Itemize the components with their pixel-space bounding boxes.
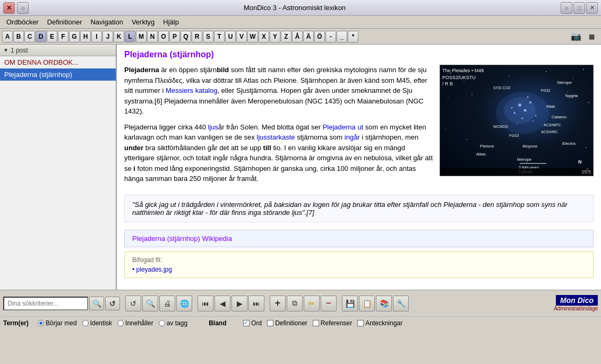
alpha-V[interactable]: V	[236, 31, 247, 42]
alpha-OE[interactable]: Ö	[314, 31, 325, 42]
alpha-E[interactable]: E	[47, 31, 57, 42]
link-ut[interactable]: ut	[357, 123, 363, 131]
alpha-K[interactable]: K	[114, 31, 124, 42]
alpha-L[interactable]: L	[125, 31, 135, 42]
radio-identisk[interactable]	[82, 320, 89, 326]
refresh-search-button[interactable]: ↺	[105, 297, 120, 310]
content-panel: Plejaderna (stjärnhop) Plejaderna är en …	[117, 45, 601, 290]
menu-ordbocker[interactable]: Ordböcker	[2, 17, 43, 27]
svg-point-14	[586, 147, 587, 148]
link-plejaderna2[interactable]: Plejaderna	[323, 123, 356, 131]
minimize-button[interactable]: ✕	[586, 2, 598, 14]
alpha-Z[interactable]: Z	[281, 31, 291, 42]
check-referenser[interactable]	[313, 320, 319, 326]
save-button[interactable]: 💾	[342, 296, 358, 311]
svg-text:Alcyone: Alcyone	[522, 144, 538, 149]
filter-check-definitioner[interactable]: Definitioner	[267, 319, 307, 327]
copy-button[interactable]: ⧉	[287, 296, 303, 311]
radio-borjar-med[interactable]	[38, 320, 44, 326]
link-ljus[interactable]: ljus	[208, 123, 219, 131]
alpha-underscore[interactable]: _	[337, 31, 347, 42]
image-button[interactable]: ▦	[584, 30, 599, 43]
menu-definitioner[interactable]: Definitioner	[43, 17, 87, 27]
alpha-M[interactable]: M	[136, 31, 147, 42]
alpha-N[interactable]: N	[147, 31, 158, 42]
alphabet-bar: A B C D E F G H I J K L M N O P Q R S T …	[0, 29, 601, 45]
alpha-W[interactable]: W	[247, 31, 258, 42]
filter-radio-borjar[interactable]: Börjar med	[38, 319, 77, 327]
book-button[interactable]: 📚	[376, 296, 392, 311]
check-ord[interactable]	[243, 320, 250, 326]
alpha-S[interactable]: S	[203, 31, 213, 42]
delete-button[interactable]: −	[321, 296, 337, 311]
add-button[interactable]: +	[270, 296, 286, 311]
roll-up-button[interactable]: ○	[561, 2, 572, 14]
alpha-F[interactable]: F	[58, 31, 68, 42]
alpha-D[interactable]: D	[36, 31, 46, 42]
alpha-J[interactable]: J	[102, 31, 113, 42]
edit-button[interactable]: ✏	[304, 296, 320, 311]
menu-verktyg[interactable]: Verktyg	[127, 17, 159, 27]
svg-point-6	[583, 69, 584, 70]
radio-innehaller[interactable]	[117, 320, 124, 326]
alpha-X[interactable]: X	[259, 31, 269, 42]
sidebar-item-about[interactable]: OM DENNA ORDBOK...	[0, 56, 116, 68]
alpha-star[interactable]: *	[348, 31, 358, 42]
alpha-U[interactable]: U	[225, 31, 236, 42]
alpha-AA[interactable]: Å	[292, 31, 303, 42]
alpha-H[interactable]: H	[80, 31, 91, 42]
nav-first-button[interactable]: ⏮	[198, 296, 213, 311]
alpha-Y[interactable]: Y	[270, 31, 280, 42]
check-anteckningar[interactable]	[357, 320, 364, 326]
bold-till: till	[263, 144, 271, 152]
alpha-T[interactable]: T	[214, 31, 225, 42]
alpha-I[interactable]: I	[91, 31, 102, 42]
filter-check-ord[interactable]: Ord	[243, 319, 262, 327]
filter-check-referenser[interactable]: Referenser	[313, 319, 352, 327]
clipboard-button[interactable]: 📋	[359, 296, 375, 311]
nav-prev-button[interactable]: ◀	[214, 296, 230, 311]
alpha-A[interactable]: A	[2, 31, 13, 42]
reload-button[interactable]: ↺	[125, 296, 141, 311]
alpha-AE[interactable]: Ä	[303, 31, 314, 42]
roll-button[interactable]: ○	[17, 2, 29, 14]
radio-avtag[interactable]	[159, 320, 165, 326]
close-button[interactable]: ✕	[3, 2, 15, 14]
nav-last-button[interactable]: ⏭	[248, 296, 264, 311]
alpha-B[interactable]: B	[13, 31, 24, 42]
web-button[interactable]: 🌐	[176, 296, 192, 311]
nav-next-button[interactable]: ▶	[231, 296, 247, 311]
alpha-P[interactable]: P	[169, 31, 180, 42]
maximize-button[interactable]: □	[573, 2, 585, 14]
filter-radio-avtag[interactable]: av tagg	[159, 319, 187, 327]
link-ljusstarkaste[interactable]: ljusstarkaste	[256, 133, 295, 141]
filter-radio-identisk[interactable]: Identisk	[82, 319, 112, 327]
filter-check-anteckningar[interactable]: Anteckningar	[357, 319, 402, 327]
alpha-G[interactable]: G	[69, 31, 80, 42]
svg-text:Merope: Merope	[517, 157, 532, 162]
search-input[interactable]	[3, 297, 88, 310]
wiki-link[interactable]: Plejaderna (stjärnhop) Wikipedia	[132, 235, 232, 242]
alpha-dash[interactable]: -	[325, 31, 336, 42]
menu-navigation[interactable]: Navigation	[86, 17, 127, 27]
filter-radio-innehaller[interactable]: Innehåller	[117, 319, 153, 327]
attachment-file[interactable]: • pleyades.jpg	[132, 266, 586, 273]
link-messier[interactable]: Messiers katalog	[166, 86, 218, 94]
zoom-button[interactable]: 🔍	[142, 296, 158, 311]
alpha-O[interactable]: O	[158, 31, 169, 42]
sidebar-item-plejaderna[interactable]: Plejaderna (stjärnhop)	[0, 68, 116, 81]
print-button[interactable]: 🖨	[159, 296, 175, 311]
settings-button[interactable]: 🔧	[393, 296, 409, 311]
search-button[interactable]: 🔍	[89, 297, 104, 310]
check-definitioner[interactable]	[267, 320, 273, 326]
bold-bild: bild	[217, 66, 229, 74]
alpha-R[interactable]: R	[192, 31, 202, 42]
svg-text:Taygeta: Taygeta	[565, 94, 578, 98]
alpha-Q[interactable]: Q	[181, 31, 191, 42]
article-text: Plejaderna är en öppen stjärnbild som få…	[124, 65, 433, 189]
link-ingar[interactable]: ingår	[345, 133, 360, 141]
menu-hjalp[interactable]: Hjälp	[159, 17, 183, 27]
title-bar-left: ✕ ○	[3, 2, 29, 14]
screenshot-button[interactable]: 📷	[569, 30, 583, 43]
alpha-C[interactable]: C	[24, 31, 35, 42]
